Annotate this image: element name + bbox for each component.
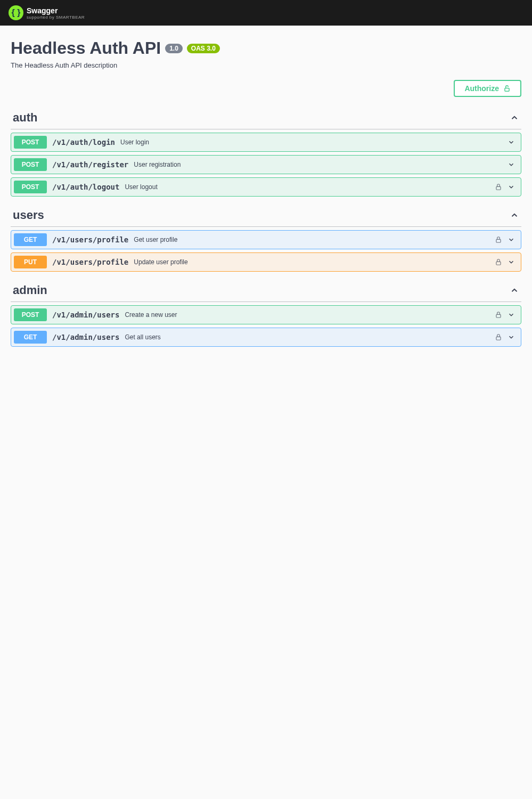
tag-name: auth (13, 111, 37, 125)
authorize-button[interactable]: Authorize (454, 80, 521, 97)
api-description: The Headless Auth API description (11, 61, 521, 69)
tag-section-users: usersGET/v1/users/profileGet user profil… (11, 204, 521, 272)
lock-open-icon (503, 85, 511, 92)
swagger-logo-icon: { } (9, 5, 23, 20)
endpoint-summary: User logout (125, 183, 495, 191)
swagger-logo: { } Swagger supported by SMARTBEAR (9, 5, 85, 20)
method-badge-post: POST (14, 308, 47, 321)
chevron-down-icon (508, 258, 515, 266)
method-badge-post: POST (14, 181, 47, 193)
endpoint-row[interactable]: POST/v1/auth/loginUser login (11, 133, 521, 152)
tag-header-admin[interactable]: admin (11, 279, 521, 302)
lock-icon (495, 236, 502, 243)
endpoint-path: /v1/auth/logout (52, 183, 119, 191)
api-version-badge: 1.0 (165, 44, 183, 53)
lock-icon (495, 183, 502, 191)
svg-rect-4 (496, 314, 501, 317)
topbar: { } Swagger supported by SMARTBEAR (0, 0, 532, 26)
endpoint-path: /v1/admin/users (52, 311, 119, 319)
chevron-down-icon (508, 236, 515, 243)
endpoint-row[interactable]: POST/v1/admin/usersCreate a new user (11, 305, 521, 324)
brand-supported: supported by SMARTBEAR (27, 15, 85, 20)
method-badge-get: GET (14, 233, 47, 246)
chevron-down-icon (508, 333, 515, 341)
chevron-down-icon (508, 161, 515, 168)
chevron-up-icon (510, 210, 519, 220)
svg-rect-0 (505, 88, 509, 91)
method-badge-post: POST (14, 158, 47, 171)
tag-section-auth: authPOST/v1/auth/loginUser loginPOST/v1/… (11, 107, 521, 197)
endpoint-path: /v1/auth/login (52, 138, 115, 146)
endpoint-row[interactable]: GET/v1/users/profileGet user profile (11, 230, 521, 249)
method-badge-get: GET (14, 331, 47, 344)
chevron-up-icon (510, 113, 519, 123)
endpoint-row[interactable]: POST/v1/auth/registerUser registration (11, 155, 521, 174)
endpoint-path: /v1/admin/users (52, 333, 119, 341)
svg-rect-3 (496, 262, 501, 265)
endpoint-summary: Get user profile (134, 236, 495, 243)
tag-section-admin: adminPOST/v1/admin/usersCreate a new use… (11, 279, 521, 347)
chevron-down-icon (508, 311, 515, 319)
endpoint-row[interactable]: PUT/v1/users/profileUpdate user profile (11, 252, 521, 272)
method-badge-put: PUT (14, 256, 47, 268)
lock-icon (495, 311, 502, 319)
chevron-down-icon (508, 138, 515, 146)
chevron-down-icon (508, 183, 515, 191)
tag-name: admin (13, 283, 47, 297)
svg-rect-1 (496, 186, 501, 190)
endpoint-path: /v1/users/profile (52, 235, 128, 244)
endpoint-summary: User registration (134, 161, 508, 168)
svg-rect-2 (496, 239, 501, 242)
chevron-up-icon (510, 286, 519, 295)
tag-header-auth[interactable]: auth (11, 107, 521, 129)
endpoint-summary: Get all users (125, 333, 495, 341)
authorize-label: Authorize (464, 84, 499, 93)
lock-icon (495, 258, 502, 266)
api-title: Headless Auth API (11, 38, 161, 58)
api-info: Headless Auth API 1.0 OAS 3.0 The Headle… (11, 38, 521, 69)
endpoint-summary: Create a new user (125, 311, 495, 319)
oas-badge: OAS 3.0 (187, 44, 220, 53)
method-badge-post: POST (14, 136, 47, 149)
endpoint-path: /v1/users/profile (52, 258, 128, 266)
tag-header-users[interactable]: users (11, 204, 521, 227)
endpoint-row[interactable]: POST/v1/auth/logoutUser logout (11, 177, 521, 197)
tag-name: users (13, 208, 44, 222)
endpoint-row[interactable]: GET/v1/admin/usersGet all users (11, 328, 521, 347)
lock-icon (495, 333, 502, 341)
endpoint-summary: Update user profile (134, 258, 495, 266)
endpoint-summary: User login (120, 138, 508, 146)
endpoint-path: /v1/auth/register (52, 160, 128, 169)
brand-name: Swagger (27, 6, 85, 15)
svg-rect-5 (496, 337, 501, 340)
